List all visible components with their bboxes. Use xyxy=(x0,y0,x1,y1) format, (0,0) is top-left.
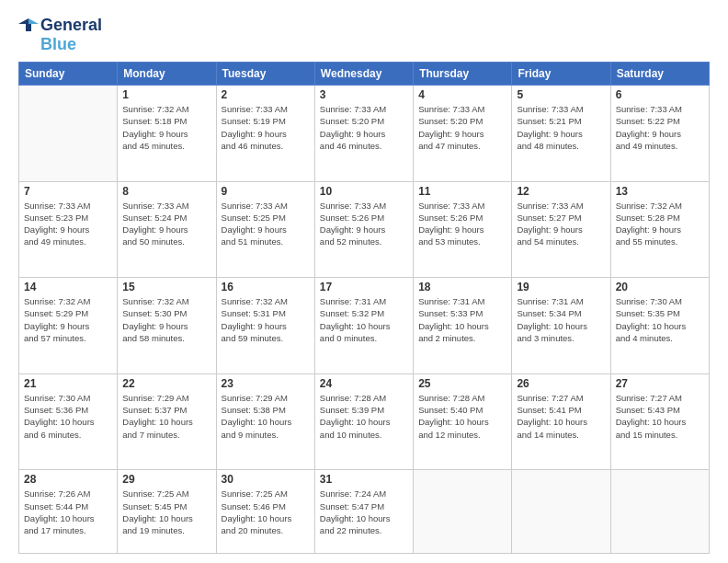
day-info: Sunrise: 7:30 AM Sunset: 5:36 PM Dayligh… xyxy=(24,392,112,441)
day-info: Sunrise: 7:27 AM Sunset: 5:43 PM Dayligh… xyxy=(616,392,704,441)
day-info: Sunrise: 7:25 AM Sunset: 5:46 PM Dayligh… xyxy=(222,488,310,536)
day-number: 26 xyxy=(517,377,605,390)
calendar-header-tuesday: Tuesday xyxy=(216,63,314,86)
day-number: 4 xyxy=(418,88,506,101)
day-number: 5 xyxy=(517,88,605,101)
day-number: 8 xyxy=(122,185,210,198)
calendar-cell: 7Sunrise: 7:33 AM Sunset: 5:23 PM Daylig… xyxy=(19,181,118,278)
calendar-cell: 2Sunrise: 7:33 AM Sunset: 5:19 PM Daylig… xyxy=(216,86,314,182)
day-number: 14 xyxy=(24,281,112,293)
day-number: 10 xyxy=(320,185,408,198)
calendar-cell: 1Sunrise: 7:32 AM Sunset: 5:18 PM Daylig… xyxy=(118,86,216,182)
page: General Blue SundayMondayTuesdayWednesda… xyxy=(0,0,728,563)
day-number: 24 xyxy=(320,377,408,390)
logo: General Blue xyxy=(18,15,102,54)
day-info: Sunrise: 7:32 AM Sunset: 5:29 PM Dayligh… xyxy=(24,295,112,344)
day-number: 23 xyxy=(222,377,310,390)
day-info: Sunrise: 7:31 AM Sunset: 5:34 PM Dayligh… xyxy=(517,295,605,344)
day-info: Sunrise: 7:33 AM Sunset: 5:22 PM Dayligh… xyxy=(616,103,704,152)
day-info: Sunrise: 7:30 AM Sunset: 5:35 PM Dayligh… xyxy=(616,295,704,344)
calendar-cell xyxy=(19,86,118,182)
header: General Blue xyxy=(18,15,710,54)
day-info: Sunrise: 7:29 AM Sunset: 5:38 PM Dayligh… xyxy=(222,392,310,441)
calendar-cell: 10Sunrise: 7:33 AM Sunset: 5:26 PM Dayli… xyxy=(314,181,413,278)
calendar-table: SundayMondayTuesdayWednesdayThursdayFrid… xyxy=(18,62,710,554)
day-number: 27 xyxy=(616,377,704,390)
day-info: Sunrise: 7:28 AM Sunset: 5:40 PM Dayligh… xyxy=(418,392,506,441)
calendar-header-row: SundayMondayTuesdayWednesdayThursdayFrid… xyxy=(19,63,710,86)
calendar-cell: 27Sunrise: 7:27 AM Sunset: 5:43 PM Dayli… xyxy=(610,373,709,470)
day-info: Sunrise: 7:33 AM Sunset: 5:20 PM Dayligh… xyxy=(320,103,408,152)
day-info: Sunrise: 7:33 AM Sunset: 5:26 PM Dayligh… xyxy=(320,200,408,248)
day-info: Sunrise: 7:32 AM Sunset: 5:31 PM Dayligh… xyxy=(222,295,310,344)
svg-marker-0 xyxy=(28,18,39,24)
day-info: Sunrise: 7:32 AM Sunset: 5:18 PM Dayligh… xyxy=(122,103,210,152)
day-info: Sunrise: 7:33 AM Sunset: 5:23 PM Dayligh… xyxy=(24,200,112,248)
logo-blue: Blue xyxy=(40,35,76,54)
day-number: 29 xyxy=(122,473,210,486)
calendar-cell: 12Sunrise: 7:33 AM Sunset: 5:27 PM Dayli… xyxy=(512,181,610,278)
day-info: Sunrise: 7:32 AM Sunset: 5:30 PM Dayligh… xyxy=(122,295,210,344)
day-info: Sunrise: 7:33 AM Sunset: 5:24 PM Dayligh… xyxy=(122,200,210,248)
calendar-cell: 21Sunrise: 7:30 AM Sunset: 5:36 PM Dayli… xyxy=(19,373,118,470)
calendar-week-row: 1Sunrise: 7:32 AM Sunset: 5:18 PM Daylig… xyxy=(19,86,710,182)
calendar-header-sunday: Sunday xyxy=(19,63,118,86)
logo-general: General xyxy=(40,16,102,35)
day-number: 17 xyxy=(320,281,408,293)
day-info: Sunrise: 7:29 AM Sunset: 5:37 PM Dayligh… xyxy=(122,392,210,441)
calendar-cell: 11Sunrise: 7:33 AM Sunset: 5:26 PM Dayli… xyxy=(414,181,512,278)
calendar-cell: 6Sunrise: 7:33 AM Sunset: 5:22 PM Daylig… xyxy=(610,86,709,182)
day-number: 19 xyxy=(517,281,605,293)
day-number: 30 xyxy=(222,473,310,486)
day-number: 21 xyxy=(24,377,112,390)
calendar-cell: 19Sunrise: 7:31 AM Sunset: 5:34 PM Dayli… xyxy=(512,278,610,374)
day-number: 9 xyxy=(222,185,310,198)
calendar-cell: 9Sunrise: 7:33 AM Sunset: 5:25 PM Daylig… xyxy=(216,181,314,278)
svg-rect-2 xyxy=(26,24,31,31)
calendar-cell: 28Sunrise: 7:26 AM Sunset: 5:44 PM Dayli… xyxy=(19,470,118,554)
day-info: Sunrise: 7:33 AM Sunset: 5:27 PM Dayligh… xyxy=(517,200,605,248)
day-number: 7 xyxy=(24,185,112,198)
calendar-cell: 26Sunrise: 7:27 AM Sunset: 5:41 PM Dayli… xyxy=(512,373,610,470)
day-number: 15 xyxy=(122,281,210,293)
calendar-cell: 15Sunrise: 7:32 AM Sunset: 5:30 PM Dayli… xyxy=(118,278,216,374)
calendar-week-row: 14Sunrise: 7:32 AM Sunset: 5:29 PM Dayli… xyxy=(19,278,710,374)
calendar-cell: 8Sunrise: 7:33 AM Sunset: 5:24 PM Daylig… xyxy=(118,181,216,278)
calendar-week-row: 7Sunrise: 7:33 AM Sunset: 5:23 PM Daylig… xyxy=(19,181,710,278)
day-info: Sunrise: 7:33 AM Sunset: 5:26 PM Dayligh… xyxy=(418,200,506,248)
day-info: Sunrise: 7:24 AM Sunset: 5:47 PM Dayligh… xyxy=(320,488,408,536)
day-number: 6 xyxy=(616,88,704,101)
calendar-header-wednesday: Wednesday xyxy=(314,63,413,86)
calendar-cell: 30Sunrise: 7:25 AM Sunset: 5:46 PM Dayli… xyxy=(216,470,314,554)
calendar-header-thursday: Thursday xyxy=(414,63,512,86)
logo-bird-icon xyxy=(18,15,39,35)
calendar-cell: 29Sunrise: 7:25 AM Sunset: 5:45 PM Dayli… xyxy=(118,470,216,554)
day-info: Sunrise: 7:28 AM Sunset: 5:39 PM Dayligh… xyxy=(320,392,408,441)
day-number: 12 xyxy=(517,185,605,198)
day-info: Sunrise: 7:33 AM Sunset: 5:25 PM Dayligh… xyxy=(222,200,310,248)
calendar-cell: 5Sunrise: 7:33 AM Sunset: 5:21 PM Daylig… xyxy=(512,86,610,182)
day-info: Sunrise: 7:33 AM Sunset: 5:20 PM Dayligh… xyxy=(418,103,506,152)
day-number: 3 xyxy=(320,88,408,101)
day-info: Sunrise: 7:27 AM Sunset: 5:41 PM Dayligh… xyxy=(517,392,605,441)
calendar-cell: 18Sunrise: 7:31 AM Sunset: 5:33 PM Dayli… xyxy=(414,278,512,374)
calendar-cell: 17Sunrise: 7:31 AM Sunset: 5:32 PM Dayli… xyxy=(314,278,413,374)
day-number: 16 xyxy=(222,281,310,293)
calendar-cell: 20Sunrise: 7:30 AM Sunset: 5:35 PM Dayli… xyxy=(610,278,709,374)
calendar-cell xyxy=(610,470,709,554)
calendar-cell: 13Sunrise: 7:32 AM Sunset: 5:28 PM Dayli… xyxy=(610,181,709,278)
calendar-header-monday: Monday xyxy=(118,63,216,86)
calendar-cell xyxy=(414,470,512,554)
calendar-cell: 4Sunrise: 7:33 AM Sunset: 5:20 PM Daylig… xyxy=(414,86,512,182)
calendar-cell: 16Sunrise: 7:32 AM Sunset: 5:31 PM Dayli… xyxy=(216,278,314,374)
day-info: Sunrise: 7:31 AM Sunset: 5:32 PM Dayligh… xyxy=(320,295,408,344)
day-number: 2 xyxy=(222,88,310,101)
day-number: 22 xyxy=(122,377,210,390)
calendar-cell: 24Sunrise: 7:28 AM Sunset: 5:39 PM Dayli… xyxy=(314,373,413,470)
day-info: Sunrise: 7:26 AM Sunset: 5:44 PM Dayligh… xyxy=(24,488,112,536)
day-number: 20 xyxy=(616,281,704,293)
calendar-week-row: 28Sunrise: 7:26 AM Sunset: 5:44 PM Dayli… xyxy=(19,470,710,554)
day-info: Sunrise: 7:25 AM Sunset: 5:45 PM Dayligh… xyxy=(122,488,210,536)
day-info: Sunrise: 7:32 AM Sunset: 5:28 PM Dayligh… xyxy=(616,200,704,248)
calendar-cell: 3Sunrise: 7:33 AM Sunset: 5:20 PM Daylig… xyxy=(314,86,413,182)
